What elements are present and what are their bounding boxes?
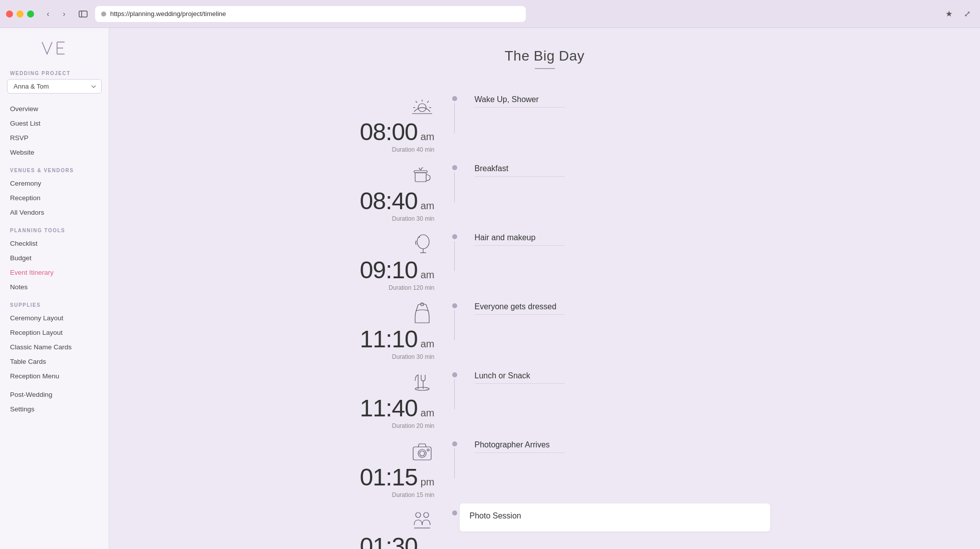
time-block: 11:40 am: [360, 396, 435, 420]
time-ampm: am: [421, 269, 435, 281]
security-indicator: [101, 12, 106, 17]
sidebar-item-label: Reception: [10, 194, 41, 202]
project-select[interactable]: Anna & Tom: [7, 79, 102, 94]
sidebar-item-reception[interactable]: Reception: [0, 191, 109, 205]
time-ampm: am: [421, 407, 435, 419]
timeline-center: [450, 434, 460, 478]
sidebar-item-classic-name-cards[interactable]: Classic Name Cards: [0, 340, 109, 354]
sidebar-item-table-cards[interactable]: Table Cards: [0, 354, 109, 369]
sidebar-item-notes[interactable]: Notes: [0, 280, 109, 294]
timeline-line: [454, 241, 455, 271]
timeline-left: 01:15 pm Duration 15 min: [319, 434, 450, 498]
page-title-section: The Big Day: [149, 48, 940, 69]
back-button[interactable]: ‹: [41, 7, 55, 21]
sidebar-item-event-itinerary[interactable]: Event Itinerary: [0, 265, 109, 280]
sidebar-item-label: Event Itinerary: [10, 269, 54, 276]
close-button[interactable]: [6, 11, 13, 18]
supplies-label: SUPPLIES: [0, 294, 109, 311]
people-icon: [410, 507, 435, 532]
timeline-right: Everyone gets dressed: [460, 296, 770, 325]
event-name: Photo Session: [470, 511, 760, 520]
event-name: Lunch or Snack: [475, 371, 770, 380]
timeline-right: Wake Up, Shower: [460, 89, 770, 118]
svg-line-6: [416, 101, 417, 103]
svg-rect-9: [415, 173, 426, 182]
duration-text: Duration 15 min: [392, 491, 435, 498]
sidebar-item-label: Notes: [10, 283, 28, 291]
sidebar-nav-item[interactable]: RSVP: [0, 131, 109, 145]
timeline-dot: [452, 234, 457, 239]
time-value: 08:40: [360, 189, 418, 213]
sidebar-item-label: Reception Layout: [10, 329, 63, 336]
timeline-center: [450, 158, 460, 202]
sidebar-nav-item[interactable]: Guest List: [0, 116, 109, 131]
timeline-center: [450, 503, 460, 547]
timeline-left: 11:10 am Duration 30 min: [319, 296, 450, 360]
svg-rect-0: [79, 11, 87, 17]
sidebar-item-checklist[interactable]: Checklist: [0, 236, 109, 251]
time-ampm: am: [421, 338, 435, 350]
timeline-line: [454, 172, 455, 202]
event-divider: [475, 383, 565, 384]
mirror-icon: [410, 231, 435, 256]
main-content: The Big Day: [109, 28, 980, 549]
svg-point-19: [427, 449, 429, 451]
timeline-left: 08:00 am Duration 40 min: [319, 89, 450, 153]
sidebar-nav-item[interactable]: Overview: [0, 102, 109, 116]
timeline-item: 01:30 pm Photo Session: [319, 503, 770, 549]
timeline-left: 09:10 am Duration 120 min: [319, 227, 450, 291]
project-section-label: WEDDING PROJECT: [0, 71, 109, 79]
timeline-item: 11:40 am Duration 20 min Lunch or Snack: [319, 365, 770, 434]
svg-point-15: [415, 387, 429, 390]
timeline-line: [454, 310, 455, 340]
fullscreen-button[interactable]: [27, 11, 34, 18]
bookmark-button[interactable]: ★: [942, 7, 956, 21]
sidebar-item-all-vendors[interactable]: All Vendors: [0, 205, 109, 220]
time-block: 01:30 pm: [360, 534, 435, 549]
duration-text: Duration 120 min: [389, 284, 434, 291]
timeline-line: [454, 448, 455, 478]
expand-button[interactable]: ⤢: [960, 7, 974, 21]
sidebar-item-ceremony[interactable]: Ceremony: [0, 176, 109, 191]
sidebar-item-label: Table Cards: [10, 358, 46, 365]
timeline-dot: [452, 165, 457, 170]
sidebar-item-settings[interactable]: Settings: [0, 402, 109, 416]
sidebar: WEDDING PROJECT Anna & Tom Overview Gues…: [0, 28, 109, 549]
time-ampm: pm: [421, 476, 435, 488]
minimize-button[interactable]: [17, 11, 24, 18]
timeline-right: Lunch or Snack: [460, 365, 770, 394]
sidebar-item-reception-layout[interactable]: Reception Layout: [0, 325, 109, 340]
sidebar-nav-item[interactable]: Website: [0, 145, 109, 160]
event-name: Hair and makeup: [475, 233, 770, 242]
timeline-line: [454, 517, 455, 547]
time-ampm: am: [421, 200, 435, 212]
sidebar-item-reception-menu[interactable]: Reception Menu: [0, 369, 109, 383]
time-block: 08:40 am: [360, 189, 435, 213]
time-value: 08:00: [360, 120, 418, 144]
time-value: 11:10: [360, 327, 418, 351]
planning-tools-label: PLANNING TOOLS: [0, 220, 109, 236]
event-name: Wake Up, Shower: [475, 95, 770, 104]
timeline-left: 01:30 pm: [319, 503, 450, 549]
timeline-dot: [452, 96, 457, 101]
forward-button[interactable]: ›: [57, 7, 71, 21]
event-name: Breakfast: [475, 164, 770, 173]
duration-text: Duration 30 min: [392, 215, 435, 222]
sidebar-item-label: Settings: [10, 405, 35, 413]
food-icon: [410, 369, 435, 394]
timeline-center: [450, 296, 460, 340]
address-bar[interactable]: https://planning.wedding/project/timelin…: [95, 6, 526, 22]
svg-rect-10: [414, 171, 427, 173]
sidebar-item-ceremony-layout[interactable]: Ceremony Layout: [0, 311, 109, 325]
sidebar-item-post-wedding[interactable]: Post-Wedding: [0, 387, 109, 402]
timeline: 08:00 am Duration 40 min Wake Up, Shower: [319, 89, 770, 549]
svg-point-11: [417, 235, 429, 249]
url-text: https://planning.wedding/project/timelin…: [110, 10, 226, 18]
sidebar-toggle-button[interactable]: [76, 7, 90, 21]
sidebar-item-label: Reception Menu: [10, 372, 59, 380]
traffic-lights: [6, 11, 34, 18]
sidebar-item-budget[interactable]: Budget: [0, 251, 109, 265]
sidebar-item-label: Budget: [10, 254, 32, 262]
timeline-right: Hair and makeup: [460, 227, 770, 256]
timeline-item: 08:00 am Duration 40 min Wake Up, Shower: [319, 89, 770, 158]
